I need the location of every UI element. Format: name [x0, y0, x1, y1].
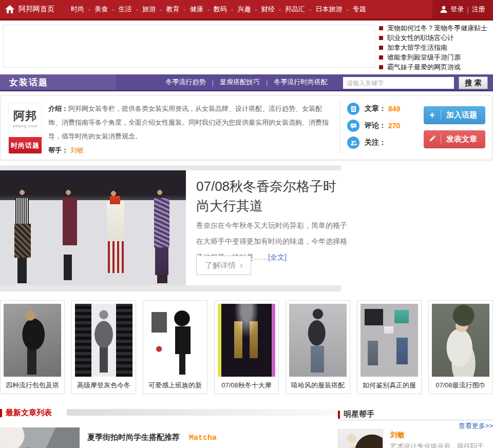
- menu-item-bangpinhui[interactable]: 邦品汇: [285, 5, 305, 14]
- stat-label: 关注：: [365, 138, 386, 147]
- square-bullet-icon: [379, 46, 383, 50]
- menu-separator: -: [346, 6, 348, 13]
- menu-separator: -: [255, 6, 257, 13]
- card-caption: 如何鉴别真正的服: [357, 381, 421, 390]
- article-title-row[interactable]: 夏季街拍时尚学生搭配推荐Matcha: [87, 433, 217, 442]
- helper-photo[interactable]: [338, 429, 383, 448]
- chevron-right-icon: ›: [240, 261, 242, 270]
- home-link[interactable]: 阿邦网首页: [18, 5, 54, 14]
- menu-separator: -: [207, 6, 210, 13]
- article-icon: [347, 103, 359, 115]
- view-more-link[interactable]: 查看更多>>: [459, 421, 493, 431]
- menu-item-health[interactable]: 健康: [190, 5, 203, 14]
- section-divider-line: [338, 420, 493, 420]
- stat-followers: 关注：: [347, 137, 419, 149]
- article-card[interactable]: 07/08秋冬十大摩: [214, 300, 279, 394]
- logo-top: 阿邦 abang.com: [9, 103, 42, 137]
- abang-logo[interactable]: 阿邦 abang.com 时尚话题: [8, 103, 42, 154]
- card-image: [4, 304, 61, 377]
- topic-link-winter-style[interactable]: 冬季流行时尚搭配: [274, 77, 327, 87]
- comment-icon: [347, 120, 359, 132]
- menu-item-education[interactable]: 教育: [166, 5, 179, 14]
- menu-separator: -: [231, 6, 233, 13]
- article-thumbnail[interactable]: [0, 427, 80, 448]
- card-image: [432, 304, 489, 377]
- card-caption: 四种流行包包及搭: [1, 381, 64, 390]
- page: 阿邦网首页 时尚- 美食- 生活- 旅游- 教育- 健康- 数码- 兴趣- 财经…: [0, 0, 493, 448]
- menu-item-interest[interactable]: 兴趣: [237, 5, 251, 14]
- fulltext-link[interactable]: [全文]: [268, 253, 287, 261]
- red-bar-icon: [0, 409, 2, 417]
- intro-label: 介绍：: [48, 105, 68, 112]
- article-card-row: 四种流行包包及搭 高级摩登灰色今冬 可爱感上班族的新 07/08秋冬十大摩 嘻哈…: [0, 300, 493, 394]
- user-icon: [440, 6, 447, 13]
- card-caption: 嘻哈风的服装搭配: [286, 381, 350, 390]
- intro-paragraph: 介绍：阿邦网女装专栏，提供各类女装实用资讯，从女装品牌、设计搭配、流行趋势、女装…: [48, 102, 335, 143]
- dashed-divider: [340, 103, 340, 153]
- stat-comments: 评论： 270: [347, 120, 419, 132]
- topic-link-slim-tips[interactable]: 显瘦搭配技巧: [220, 77, 260, 87]
- login-box: 登录 | 注册: [432, 0, 493, 18]
- learn-more-button[interactable]: 了解详情›: [196, 256, 251, 275]
- stat-articles: 文章： 849: [347, 103, 419, 115]
- menu-item-finance[interactable]: 财经: [261, 5, 275, 14]
- logo-en-text: abang.com: [9, 124, 42, 128]
- headline-link[interactable]: 霸气妹子最爱的网页游戏: [379, 62, 493, 72]
- helper-name[interactable]: 刘敏: [390, 431, 405, 440]
- search-button[interactable]: 搜索: [459, 76, 488, 89]
- headline-link[interactable]: 加拿大留学生活指南: [379, 43, 493, 52]
- headline-link[interactable]: 谁能拿到殿堂级手游门票: [379, 52, 493, 62]
- followers-icon: [347, 137, 359, 149]
- menu-item-special[interactable]: 专题: [353, 5, 366, 14]
- stat-label: 评论：: [365, 121, 386, 130]
- login-link[interactable]: 登录: [450, 5, 464, 14]
- stat-label: 文章：: [365, 104, 386, 113]
- headline-link[interactable]: 宠物如何过冬？宠物冬季健康贴士: [379, 23, 493, 33]
- star-helpers-header: 明星帮手: [338, 410, 374, 419]
- join-topic-label: 加入话题: [446, 110, 477, 120]
- join-topic-button[interactable]: +加入话题: [424, 106, 485, 124]
- search-input[interactable]: [343, 77, 454, 89]
- menu-item-life[interactable]: 生活: [119, 5, 132, 14]
- article-author: Matcha: [189, 434, 217, 442]
- hero-title[interactable]: 07/08秋冬香奈尔格子时尚大行其道: [196, 177, 346, 216]
- learn-more-label: 了解详情: [205, 261, 236, 270]
- divider-strip: [0, 285, 341, 291]
- square-bullet-icon: [379, 26, 383, 30]
- article-card[interactable]: 四种流行包包及搭: [0, 300, 65, 394]
- latest-articles-title: 最新文章列表: [6, 408, 52, 418]
- divider-strip: [0, 165, 341, 170]
- publish-article-label: 发表文章: [446, 134, 477, 144]
- menu-separator: -: [112, 6, 114, 13]
- menu-item-fashion[interactable]: 时尚: [71, 5, 84, 14]
- latest-articles-header: 最新文章列表: [0, 408, 52, 418]
- card-image: [218, 304, 275, 377]
- top-navbar: 阿邦网首页 时尚- 美食- 生活- 旅游- 教育- 健康- 数码- 兴趣- 财经…: [0, 0, 493, 18]
- helper-name-link[interactable]: 刘敏: [70, 146, 84, 154]
- topic-link-winter-trends[interactable]: 冬季流行趋势: [166, 77, 206, 87]
- card-caption: 可爱感上班族的新: [143, 381, 207, 390]
- headline-link[interactable]: 职业女性的职场宫心计: [379, 33, 493, 43]
- menu-item-japan-travel[interactable]: 日本旅游: [315, 5, 342, 14]
- headline-link-label: 职业女性的职场宫心计: [387, 33, 454, 43]
- hero-image-chanel-runway[interactable]: [0, 170, 186, 285]
- menu-item-travel[interactable]: 旅游: [142, 5, 156, 14]
- register-link[interactable]: 注册: [472, 5, 485, 14]
- menu-item-digital[interactable]: 数码: [214, 5, 227, 14]
- top-menu: 时尚- 美食- 生活- 旅游- 教育- 健康- 数码- 兴趣- 财经- 邦品汇-…: [71, 5, 366, 14]
- article-card[interactable]: 如何鉴别真正的服: [357, 300, 422, 394]
- topic-separator: |: [266, 79, 268, 86]
- menu-item-food[interactable]: 美食: [94, 5, 108, 14]
- article-card[interactable]: 高级摩登灰色今冬: [71, 300, 136, 394]
- topic-stats: 文章： 849 评论： 270 关注：: [347, 103, 419, 153]
- square-bullet-icon: [379, 36, 383, 40]
- headline-link-label: 谁能拿到殿堂级手游门票: [387, 53, 461, 62]
- article-card[interactable]: 07/08最流行围巾: [428, 300, 493, 394]
- menu-separator: -: [279, 6, 281, 13]
- article-card[interactable]: 可爱感上班族的新: [143, 300, 207, 394]
- article-card[interactable]: 嘻哈风的服装搭配: [286, 300, 350, 394]
- publish-article-button[interactable]: 发表文章: [424, 130, 485, 148]
- card-caption: 07/08秋冬十大摩: [215, 381, 278, 390]
- home-icon[interactable]: [5, 5, 14, 13]
- topic-separator: |: [212, 79, 214, 86]
